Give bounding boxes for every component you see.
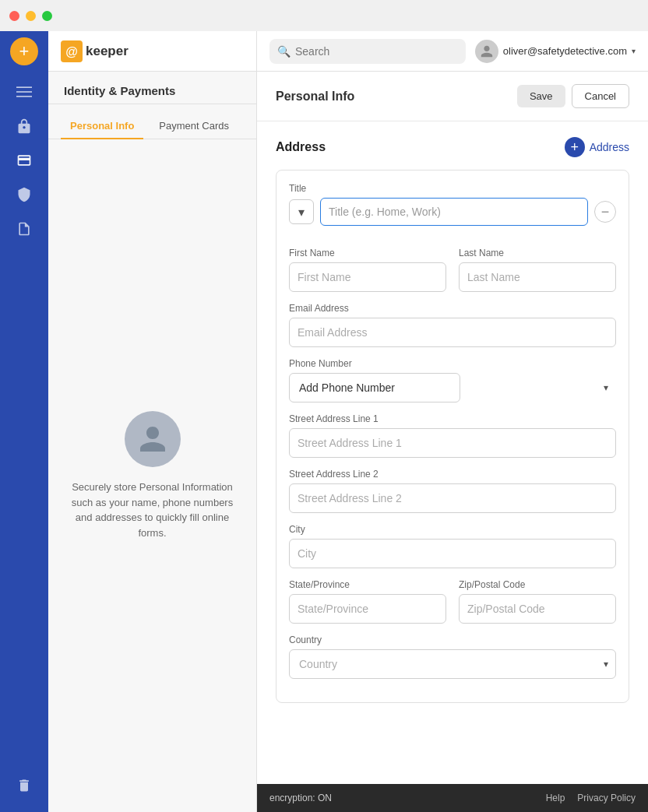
sidebar-header: Identity & Payments	[48, 72, 256, 104]
first-name-label: First Name	[289, 248, 446, 258]
close-button[interactable]	[9, 11, 19, 21]
user-email: oliver@safetydetective.com	[503, 45, 627, 57]
help-link[interactable]: Help	[546, 793, 565, 803]
cancel-button[interactable]: Cancel	[572, 84, 629, 108]
title-row: ▾ −	[289, 198, 616, 226]
title-field-group: Title ▾ −	[289, 183, 616, 237]
address-card: Title ▾ − First Name Last Name	[276, 170, 629, 703]
title-bar	[0, 0, 648, 31]
user-avatar	[475, 40, 498, 63]
avatar	[125, 411, 181, 467]
email-label: Email Address	[289, 303, 616, 314]
nav-bar: +	[0, 31, 48, 812]
svg-rect-2	[16, 96, 32, 97]
privacy-policy-link[interactable]: Privacy Policy	[577, 793, 636, 803]
city-label: City	[289, 524, 616, 535]
search-icon: 🔍	[277, 45, 291, 58]
sidebar-description: Securely store Personal Information such…	[64, 480, 241, 540]
menu-icon[interactable]	[10, 78, 38, 106]
phone-dropdown-icon: ▾	[604, 382, 608, 393]
save-button[interactable]: Save	[517, 85, 565, 107]
form-area: Address + Address Title ▾ −	[257, 121, 648, 784]
lock-icon[interactable]	[10, 112, 38, 140]
minimize-button[interactable]	[26, 11, 36, 21]
tab-payment-cards[interactable]: Payment Cards	[150, 114, 238, 139]
search-box[interactable]: 🔍	[269, 39, 466, 64]
footer-links: Help Privacy Policy	[546, 793, 636, 803]
country-row: Country Country ▾	[289, 634, 616, 679]
last-name-label: Last Name	[459, 248, 616, 258]
name-row: First Name Last Name	[289, 248, 616, 292]
email-row: Email Address	[289, 303, 616, 347]
city-group: City	[289, 524, 616, 568]
country-label: Country	[289, 634, 616, 645]
keeper-logo-icon: @	[61, 40, 83, 62]
keeper-logo: @ keeper	[61, 40, 129, 62]
encryption-status: encryption: ON	[269, 793, 332, 803]
last-name-input[interactable]	[459, 262, 616, 292]
state-input[interactable]	[289, 594, 446, 624]
svg-text:@: @	[65, 45, 78, 58]
title-label: Title	[289, 183, 616, 194]
section-header: Address + Address	[276, 137, 629, 157]
phone-select-wrapper: Add Phone Number ▾	[289, 373, 616, 402]
street2-input[interactable]	[289, 483, 616, 513]
state-zip-row: State/Province Zip/Postal Code	[289, 579, 616, 624]
main-content: 🔍 oliver@safetydetective.com ▾ Personal …	[257, 31, 648, 812]
add-address-label: Address	[590, 141, 629, 153]
street1-label: Street Address Line 1	[289, 413, 616, 424]
keeper-logo-text: keeper	[86, 44, 129, 59]
content-title: Personal Info	[276, 90, 517, 104]
chevron-down-icon: ▾	[632, 47, 636, 55]
svg-rect-0	[16, 86, 32, 88]
sidebar-tabs: Personal Info Payment Cards	[48, 104, 256, 139]
email-input[interactable]	[289, 318, 616, 347]
first-name-group: First Name	[289, 248, 446, 292]
section-title: Address	[276, 140, 565, 154]
content-header: Personal Info Save Cancel	[257, 72, 648, 121]
add-button[interactable]: +	[10, 37, 38, 65]
shield-icon[interactable]	[10, 181, 38, 209]
trash-icon[interactable]	[10, 772, 38, 800]
street2-label: Street Address Line 2	[289, 469, 616, 480]
first-name-input[interactable]	[289, 262, 446, 292]
maximize-button[interactable]	[42, 11, 52, 21]
sidebar: @ keeper Identity & Payments Personal In…	[48, 31, 257, 812]
user-area[interactable]: oliver@safetydetective.com ▾	[475, 40, 636, 63]
city-input[interactable]	[289, 539, 616, 568]
file-icon[interactable]	[10, 215, 38, 243]
phone-select[interactable]: Add Phone Number	[289, 373, 460, 402]
country-group: Country Country ▾	[289, 634, 616, 679]
street1-group: Street Address Line 1	[289, 413, 616, 458]
tab-personal-info[interactable]: Personal Info	[61, 114, 143, 139]
phone-label: Phone Number	[289, 358, 616, 369]
search-input[interactable]	[295, 45, 458, 58]
right-top-bar: 🔍 oliver@safetydetective.com ▾	[257, 31, 648, 72]
app-container: + @	[0, 31, 648, 812]
street2-group: Street Address Line 2	[289, 469, 616, 513]
phone-group: Phone Number Add Phone Number ▾	[289, 358, 616, 402]
country-select-wrapper: Country ▾	[289, 649, 616, 679]
card-icon[interactable]	[10, 146, 38, 174]
street2-row: Street Address Line 2	[289, 469, 616, 513]
add-address-button[interactable]: + Address	[565, 137, 629, 157]
street1-row: Street Address Line 1	[289, 413, 616, 458]
sidebar-content: Securely store Personal Information such…	[48, 139, 256, 812]
top-bar: @ keeper	[48, 31, 256, 72]
remove-address-button[interactable]: −	[594, 201, 616, 223]
zip-group: Zip/Postal Code	[459, 579, 616, 624]
phone-row: Phone Number Add Phone Number ▾	[289, 358, 616, 402]
title-input[interactable]	[320, 198, 588, 226]
country-select[interactable]: Country	[289, 649, 616, 679]
zip-label: Zip/Postal Code	[459, 579, 616, 590]
add-address-icon: +	[565, 137, 585, 157]
city-row: City	[289, 524, 616, 568]
state-label: State/Province	[289, 579, 446, 590]
title-dropdown-trigger[interactable]: ▾	[289, 199, 314, 224]
street1-input[interactable]	[289, 428, 616, 458]
state-group: State/Province	[289, 579, 446, 624]
email-group: Email Address	[289, 303, 616, 347]
footer: encryption: ON Help Privacy Policy	[257, 784, 648, 812]
zip-input[interactable]	[459, 594, 616, 624]
svg-rect-1	[16, 91, 32, 93]
